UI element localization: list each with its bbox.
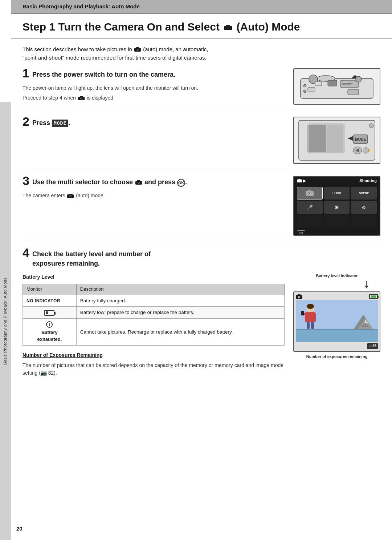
step-3-title: Use the multi selector to choose and pre…	[32, 177, 187, 187]
svg-rect-28	[327, 125, 343, 152]
step-1-body: The power-on lamp will light up, the len…	[23, 84, 270, 102]
description-no-indicator: Battery fully charged.	[76, 295, 284, 307]
svg-marker-52	[365, 286, 368, 289]
step-2-image: MODE ⚡	[293, 117, 380, 164]
svg-point-3	[227, 27, 229, 29]
step-3-screen: ▶ Shooting HI ISO	[293, 176, 380, 236]
number-exposures-section: Number of Exposures Remaining The number…	[23, 351, 285, 377]
table-header-monitor: Monitor	[23, 284, 77, 295]
svg-rect-9	[80, 96, 83, 97]
screen-header-left: ▶	[297, 178, 306, 184]
header-banner-text: Basic Photography and Playback: Auto Mod…	[23, 3, 140, 9]
table-row: i Batteryexhausted. Cannot take pictures…	[23, 318, 285, 345]
svg-rect-27	[309, 125, 326, 152]
screen-cell-empty2	[324, 215, 350, 228]
svg-marker-66	[362, 325, 369, 327]
step-2-row: 2 Press MODE.	[23, 117, 380, 169]
exposures-remaining-label: Number of exposures remaining	[293, 354, 380, 360]
step-3-illustration: ▶ Shooting HI ISO	[286, 176, 380, 236]
monitor-battery-low	[23, 307, 77, 319]
screen-cell-empty3	[351, 215, 377, 228]
intro-paragraph: This section describes how to take pictu…	[23, 39, 380, 69]
sidebar: Basic Photography and Playback: Auto Mod…	[0, 102, 11, 540]
battery-exhausted-text: Batteryexhausted.	[26, 329, 73, 343]
ok-badge: OK	[297, 230, 305, 236]
svg-point-50	[309, 193, 310, 194]
ok-circle: OK	[177, 179, 185, 187]
description-battery-low: Battery low; prepare to charge or replac…	[76, 307, 284, 319]
svg-point-56	[298, 296, 300, 298]
svg-rect-20	[308, 88, 315, 91]
svg-point-7	[137, 49, 138, 51]
monitor-battery-exhausted: i Batteryexhausted.	[23, 318, 77, 345]
svg-rect-21	[328, 80, 337, 86]
svg-rect-1	[226, 25, 230, 27]
step-1-number: 1	[23, 67, 29, 79]
step-4-header: 4 Check the battery level and number ofe…	[23, 248, 380, 271]
step-1-image: ON/OFF	[293, 68, 380, 105]
svg-point-40	[138, 182, 139, 184]
screen-cell-empty1	[297, 215, 323, 228]
sidebar-label: Basic Photography and Playback: Auto Mod…	[3, 277, 8, 365]
number-exposures-heading: Number of Exposures Remaining	[23, 351, 285, 359]
screen-grid: HI ISO SCENE 🎤 ✱ ⚙	[294, 185, 380, 229]
svg-rect-42	[69, 194, 72, 195]
svg-point-11	[81, 98, 82, 99]
step-4-screen: IN 26	[293, 291, 380, 352]
svg-rect-19	[348, 89, 359, 95]
svg-rect-24	[315, 81, 322, 86]
svg-rect-46	[298, 179, 301, 180]
step-4-number: 4	[23, 246, 29, 259]
svg-marker-68	[365, 320, 368, 323]
screen-header: ▶ Shooting	[294, 177, 380, 185]
description-battery-exhausted: Cannot take pictures. Recharge or replac…	[76, 318, 284, 345]
svg-rect-5	[136, 47, 139, 49]
battery-level-heading: Battery Level	[23, 273, 285, 281]
step-2-left: 2 Press MODE.	[23, 117, 277, 133]
step-4-left: Battery Level Monitor Description NO IND…	[23, 273, 285, 377]
svg-point-22	[303, 84, 306, 87]
battery-indicator-label: Battery level indicator	[293, 273, 380, 279]
exposure-prefix: IN	[369, 344, 372, 348]
step-3-row: 3 Use the multi selector to choose and p…	[23, 176, 380, 241]
no-indicator-text: NO INDICATOR	[26, 298, 60, 303]
svg-rect-64	[307, 322, 310, 329]
screen-cell-settings: ⚙	[351, 201, 377, 214]
screen-cell-scene: SCENE	[351, 187, 377, 200]
step-2-number: 2	[23, 115, 29, 128]
step-1-left: 1 Press the power switch to turn on the …	[23, 68, 277, 104]
svg-rect-38	[137, 180, 140, 182]
step-3-number: 3	[23, 174, 29, 187]
svg-point-17	[356, 76, 362, 82]
screen-cell-hi-iso: HI ISO	[324, 187, 350, 200]
page-number: 20	[16, 525, 23, 533]
step-3-body: The camera enters (auto) mode.	[23, 192, 270, 200]
table-header-description: Description	[76, 284, 284, 295]
battery-table: Monitor Description NO INDICATOR Battery…	[23, 284, 285, 346]
svg-text:MODE: MODE	[355, 137, 366, 141]
screen-cell-star: ✱	[324, 201, 350, 214]
info-icon: i	[46, 321, 53, 328]
step-2-illustration: MODE ⚡	[286, 117, 380, 164]
page-title: Step 1 Turn the Camera On and Select (Au…	[11, 14, 392, 39]
main-content: This section describes how to take pictu…	[11, 39, 392, 398]
step-1-illustration: ON/OFF	[286, 68, 380, 105]
svg-point-36	[369, 124, 373, 128]
step-4-content-row: Battery Level Monitor Description NO IND…	[23, 273, 380, 377]
svg-point-23	[303, 90, 306, 93]
screen-cell-mic: 🎤	[297, 201, 323, 214]
number-exposures-text: The number of pictures that can be store…	[23, 362, 285, 377]
shooting-label: Shooting	[359, 178, 377, 184]
svg-point-44	[70, 196, 72, 197]
svg-rect-63	[301, 311, 304, 315]
step-4-right: Battery level indicator	[293, 273, 380, 359]
svg-rect-65	[311, 322, 314, 329]
screen-footer: OK	[294, 229, 380, 236]
table-row: NO INDICATOR Battery fully charged.	[23, 295, 285, 307]
monitor-no-indicator: NO INDICATOR	[23, 295, 77, 307]
step-3-left: 3 Use the multi selector to choose and p…	[23, 176, 277, 201]
step-1-row: 1 Press the power switch to turn on the …	[23, 68, 380, 110]
svg-text:ON/OFF: ON/OFF	[342, 82, 352, 86]
header-banner: Basic Photography and Playback: Auto Mod…	[11, 0, 392, 14]
table-row: Battery low; prepare to charge or replac…	[23, 307, 285, 319]
